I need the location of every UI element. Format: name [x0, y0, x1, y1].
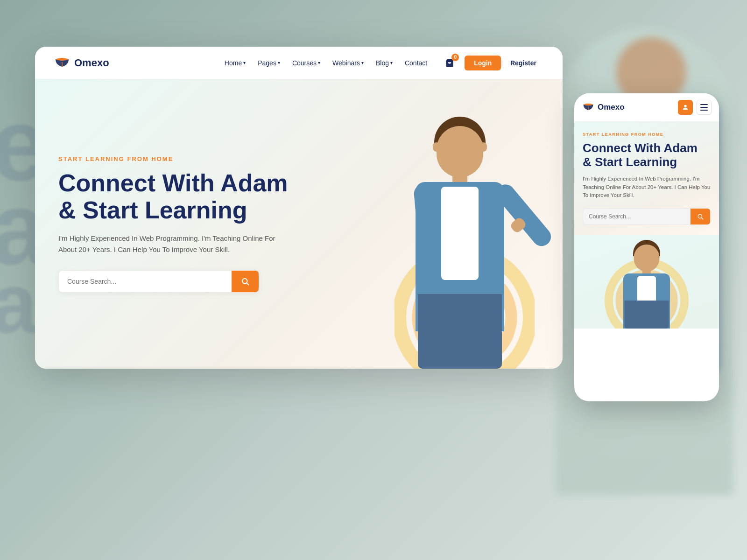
hero-image-area: [329, 79, 563, 369]
mobile-hero-subtitle: START LEARNING FROM HOME: [583, 132, 711, 137]
mobile-search-icon: [697, 213, 704, 220]
mobile-mockup: Omexo START LEARNING FROM HOME Connect W…: [574, 93, 719, 401]
user-icon: [682, 104, 689, 111]
hero-subtitle: START LEARNING FROM HOME: [58, 155, 288, 162]
mobile-logo-text: Omexo: [598, 103, 625, 112]
logo-area: Omexo: [54, 56, 109, 70]
mobile-hero-title: Connect With Adam & Start Learning: [583, 141, 711, 169]
mobile-search-bar: [583, 208, 711, 225]
logo-icon: [54, 56, 70, 70]
hero-description: I'm Highly Experienced In Web Programmin…: [58, 233, 278, 255]
nav-contact[interactable]: Contact: [400, 56, 432, 70]
desktop-search-button[interactable]: [232, 271, 259, 292]
chevron-icon: ▾: [278, 60, 280, 65]
cart-badge: 0: [451, 54, 459, 61]
svg-line-1: [247, 283, 248, 285]
desktop-navbar: Omexo Home ▾ Pages ▾ Courses ▾ Webinars …: [35, 47, 563, 79]
chevron-icon: ▾: [318, 60, 320, 65]
desktop-search-bar: [58, 270, 259, 293]
mobile-logo-icon: [582, 102, 595, 113]
mobile-hero-description: I'm Highly Experienced In Web Programmin…: [583, 175, 711, 200]
nav-home[interactable]: Home ▾: [220, 56, 250, 70]
desktop-nav-links: Home ▾ Pages ▾ Courses ▾ Webinars ▾ Blog…: [220, 56, 432, 70]
nav-webinars[interactable]: Webinars ▾: [328, 56, 368, 70]
hamburger-line-1: [700, 104, 708, 105]
search-icon: [241, 277, 249, 286]
desktop-logo-text: Omexo: [74, 57, 109, 69]
mobile-person-area: [574, 235, 719, 329]
login-button[interactable]: Login: [465, 56, 501, 70]
nav-courses[interactable]: Courses ▾: [288, 56, 325, 70]
mobile-menu-button[interactable]: [697, 100, 712, 115]
mobile-hero: START LEARNING FROM HOME Connect With Ad…: [574, 122, 719, 235]
mobile-search-input[interactable]: [583, 209, 691, 224]
chevron-icon: ▾: [390, 60, 393, 65]
desktop-search-input[interactable]: [59, 271, 232, 292]
hero-title: Connect With Adam & Start Learning: [58, 170, 288, 223]
hamburger-line-2: [700, 107, 708, 108]
nav-blog[interactable]: Blog ▾: [371, 56, 397, 70]
svg-point-5: [684, 105, 686, 107]
mobile-logo-area: Omexo: [582, 102, 672, 113]
svg-line-7: [702, 218, 703, 219]
mobile-user-button[interactable]: [678, 100, 693, 115]
cart-button[interactable]: 0: [441, 55, 458, 71]
desktop-mockup: Omexo Home ▾ Pages ▾ Courses ▾ Webinars …: [35, 47, 563, 369]
mobile-search-button[interactable]: [691, 209, 710, 224]
chevron-icon: ▾: [361, 60, 364, 65]
mobile-navbar: Omexo: [574, 93, 719, 122]
chevron-icon: ▾: [243, 60, 246, 65]
hamburger-line-3: [700, 110, 708, 111]
desktop-hero: START LEARNING FROM HOME Connect With Ad…: [35, 79, 563, 369]
register-button[interactable]: Register: [503, 56, 544, 70]
hero-content: START LEARNING FROM HOME Connect With Ad…: [35, 79, 311, 369]
nav-pages[interactable]: Pages ▾: [253, 56, 285, 70]
